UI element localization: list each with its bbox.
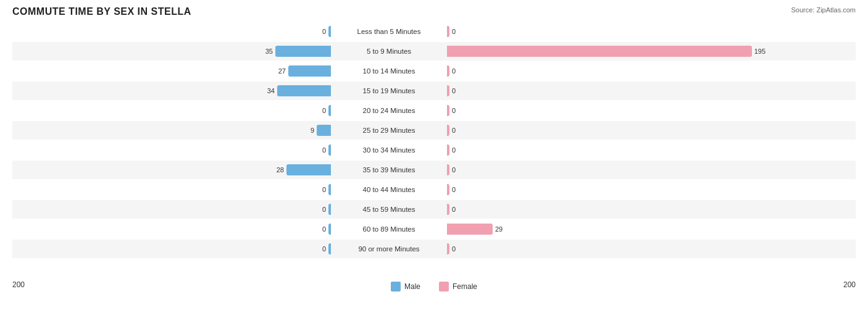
row-label: 30 to 34 Minutes	[333, 146, 444, 154]
left-section: 0	[12, 26, 333, 37]
row-label: Less than 5 Minutes	[333, 28, 444, 35]
female-value: 195	[754, 48, 766, 55]
right-section: 0	[444, 125, 766, 136]
female-color-box	[439, 282, 449, 292]
male-zero: 0	[320, 146, 328, 154]
female-zero: 0	[449, 28, 458, 35]
row-label: 15 to 19 Minutes	[333, 87, 444, 94]
female-bar	[447, 65, 449, 77]
female-value: 29	[495, 225, 503, 233]
left-section: 0	[12, 243, 333, 254]
legend-female: Female	[439, 282, 477, 292]
bar-row: 030 to 34 Minutes0	[12, 141, 856, 159]
female-bar	[447, 145, 449, 156]
female-bar	[447, 184, 449, 195]
female-bar	[447, 105, 449, 116]
bar-row: 2710 to 14 Minutes0	[12, 62, 856, 80]
row-label: 10 to 14 Minutes	[333, 67, 444, 75]
left-section: 34	[12, 85, 333, 96]
bar-row: 090 or more Minutes0	[12, 240, 856, 258]
female-zero: 0	[449, 107, 458, 114]
male-value: 34	[267, 87, 275, 94]
row-label: 40 to 44 Minutes	[333, 186, 444, 193]
right-section: 0	[444, 204, 766, 215]
bar-row: 3415 to 19 Minutes0	[12, 82, 856, 100]
right-section: 0	[444, 26, 766, 37]
female-bar	[447, 164, 449, 175]
right-section: 29	[444, 224, 766, 235]
male-zero: 0	[320, 206, 328, 213]
male-bar	[317, 125, 331, 136]
bar-row: 355 to 9 Minutes195	[12, 42, 856, 61]
left-section: 0	[12, 224, 333, 235]
female-zero: 0	[449, 127, 458, 134]
bar-row: 040 to 44 Minutes0	[12, 180, 856, 199]
legend-male: Male	[391, 282, 420, 292]
male-value: 9	[311, 127, 314, 134]
right-section: 0	[444, 184, 766, 195]
axis-row: 200 Male Female 200	[12, 278, 856, 292]
male-bar	[328, 105, 331, 116]
right-section: 0	[444, 145, 766, 156]
male-bar	[328, 224, 331, 235]
bar-row: 0Less than 5 Minutes0	[12, 22, 856, 41]
axis-right-label: 200	[819, 280, 856, 289]
male-value: 28	[277, 166, 284, 174]
right-section: 0	[444, 85, 766, 96]
male-bar	[288, 65, 331, 77]
chart-area: 0Less than 5 Minutes0355 to 9 Minutes195…	[12, 22, 856, 275]
row-label: 35 to 39 Minutes	[333, 166, 444, 174]
female-zero: 0	[449, 67, 458, 75]
bar-row: 020 to 24 Minutes0	[12, 101, 856, 120]
left-section: 28	[12, 164, 333, 175]
male-value: 35	[265, 48, 273, 55]
female-bar	[447, 85, 449, 96]
left-section: 35	[12, 46, 333, 57]
row-label: 5 to 9 Minutes	[333, 48, 444, 55]
left-section: 9	[12, 125, 333, 136]
left-section: 27	[12, 65, 333, 77]
left-section: 0	[12, 184, 333, 195]
male-value: 27	[278, 67, 286, 75]
female-zero: 0	[449, 87, 458, 94]
left-section: 0	[12, 105, 333, 116]
female-bar	[447, 224, 493, 235]
right-section: 0	[444, 65, 766, 77]
bar-row: 925 to 29 Minutes0	[12, 121, 856, 140]
male-zero: 0	[320, 186, 328, 193]
legend: Male Female	[391, 282, 477, 292]
legend-male-label: Male	[404, 282, 420, 291]
male-bar	[328, 26, 331, 37]
right-section: 0	[444, 164, 766, 175]
male-bar	[275, 46, 331, 57]
male-bar	[328, 243, 331, 254]
right-section: 0	[444, 105, 766, 116]
female-zero: 0	[449, 186, 458, 193]
female-zero: 0	[449, 206, 458, 213]
female-zero: 0	[449, 166, 458, 174]
source-text: Source: ZipAtlas.com	[791, 6, 856, 14]
male-bar	[277, 85, 331, 96]
male-zero: 0	[320, 225, 328, 233]
male-bar	[328, 184, 331, 195]
male-zero: 0	[320, 107, 328, 114]
chart-title: COMMUTE TIME BY SEX IN STELLA	[12, 6, 191, 17]
axis-left-label: 200	[12, 280, 49, 289]
male-zero: 0	[320, 245, 328, 253]
female-zero: 0	[449, 146, 458, 154]
female-zero: 0	[449, 245, 458, 253]
title-row: COMMUTE TIME BY SEX IN STELLA Source: Zi…	[12, 6, 856, 17]
bar-row: 060 to 89 Minutes29	[12, 220, 856, 238]
right-section: 0	[444, 243, 766, 254]
male-bar	[328, 204, 331, 215]
row-label: 20 to 24 Minutes	[333, 107, 444, 114]
row-label: 60 to 89 Minutes	[333, 225, 444, 233]
male-bar	[328, 145, 331, 156]
male-zero: 0	[320, 28, 328, 35]
female-bar	[447, 26, 449, 37]
bar-row: 2835 to 39 Minutes0	[12, 161, 856, 179]
chart-container: COMMUTE TIME BY SEX IN STELLA Source: Zi…	[0, 0, 868, 323]
bar-row: 045 to 59 Minutes0	[12, 200, 856, 219]
right-section: 195	[444, 46, 766, 57]
female-bar	[447, 243, 449, 254]
